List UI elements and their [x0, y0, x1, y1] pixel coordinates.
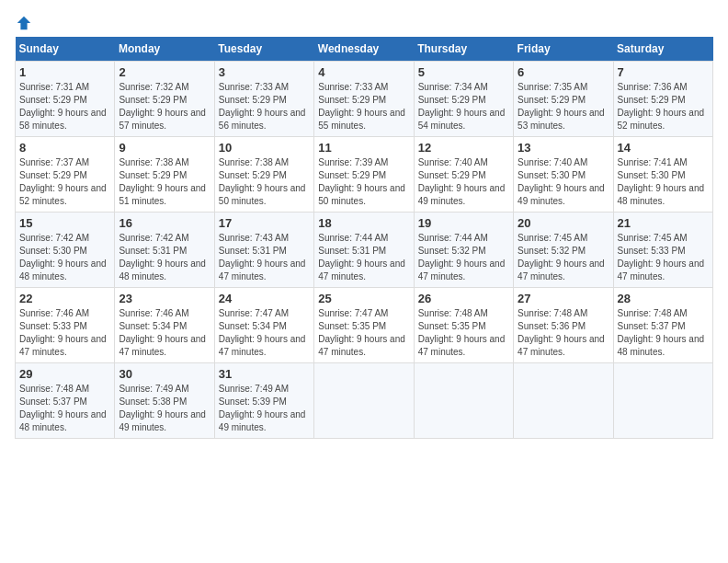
calendar-day-cell: 14 Sunrise: 7:41 AM Sunset: 5:30 PM Dayl…: [613, 137, 712, 213]
calendar-day-cell: 21 Sunrise: 7:45 AM Sunset: 5:33 PM Dayl…: [613, 213, 712, 288]
day-info: Sunrise: 7:33 AM Sunset: 5:29 PM Dayligh…: [318, 81, 409, 132]
weekday-header-saturday: Saturday: [613, 37, 712, 62]
calendar-week-row: 29 Sunrise: 7:48 AM Sunset: 5:37 PM Dayl…: [16, 363, 713, 439]
calendar-day-cell: 8 Sunrise: 7:37 AM Sunset: 5:29 PM Dayli…: [16, 137, 115, 213]
calendar-day-cell: 19 Sunrise: 7:44 AM Sunset: 5:32 PM Dayl…: [414, 213, 513, 288]
weekday-header-friday: Friday: [514, 37, 613, 62]
weekday-header-row: SundayMondayTuesdayWednesdayThursdayFrid…: [16, 37, 713, 62]
day-info: Sunrise: 7:44 AM Sunset: 5:32 PM Dayligh…: [418, 232, 509, 283]
day-number: 26: [418, 292, 509, 305]
day-number: 12: [418, 141, 509, 155]
calendar-day-cell: [613, 363, 712, 439]
day-number: 22: [19, 292, 110, 305]
calendar-day-cell: 11 Sunrise: 7:39 AM Sunset: 5:29 PM Dayl…: [314, 137, 414, 213]
day-info: Sunrise: 7:35 AM Sunset: 5:29 PM Dayligh…: [518, 81, 609, 132]
day-info: Sunrise: 7:33 AM Sunset: 5:29 PM Dayligh…: [219, 81, 310, 132]
calendar-day-cell: 27 Sunrise: 7:48 AM Sunset: 5:36 PM Dayl…: [514, 288, 613, 363]
day-number: 20: [518, 216, 609, 230]
calendar-week-row: 1 Sunrise: 7:31 AM Sunset: 5:29 PM Dayli…: [16, 62, 713, 137]
calendar-day-cell: 4 Sunrise: 7:33 AM Sunset: 5:29 PM Dayli…: [314, 62, 414, 137]
calendar-day-cell: 13 Sunrise: 7:40 AM Sunset: 5:30 PM Dayl…: [514, 137, 613, 213]
weekday-header-wednesday: Wednesday: [314, 37, 414, 62]
calendar-day-cell: 2 Sunrise: 7:32 AM Sunset: 5:29 PM Dayli…: [115, 62, 214, 137]
calendar-day-cell: 18 Sunrise: 7:44 AM Sunset: 5:31 PM Dayl…: [314, 213, 414, 288]
day-number: 7: [618, 65, 709, 79]
calendar-day-cell: 25 Sunrise: 7:47 AM Sunset: 5:35 PM Dayl…: [314, 288, 414, 363]
day-number: 28: [618, 292, 709, 305]
calendar-day-cell: 5 Sunrise: 7:34 AM Sunset: 5:29 PM Dayli…: [414, 62, 513, 137]
day-info: Sunrise: 7:46 AM Sunset: 5:34 PM Dayligh…: [119, 307, 210, 359]
day-info: Sunrise: 7:48 AM Sunset: 5:35 PM Dayligh…: [418, 307, 509, 359]
calendar-day-cell: 26 Sunrise: 7:48 AM Sunset: 5:35 PM Dayl…: [414, 288, 513, 363]
day-number: 3: [219, 65, 310, 79]
day-info: Sunrise: 7:48 AM Sunset: 5:37 PM Dayligh…: [618, 307, 709, 359]
calendar-day-cell: 7 Sunrise: 7:36 AM Sunset: 5:29 PM Dayli…: [613, 62, 712, 137]
day-info: Sunrise: 7:47 AM Sunset: 5:35 PM Dayligh…: [318, 307, 409, 359]
day-info: Sunrise: 7:46 AM Sunset: 5:33 PM Dayligh…: [19, 307, 110, 359]
calendar-week-row: 22 Sunrise: 7:46 AM Sunset: 5:33 PM Dayl…: [16, 288, 713, 363]
calendar-day-cell: [414, 363, 513, 439]
day-info: Sunrise: 7:38 AM Sunset: 5:29 PM Dayligh…: [219, 156, 310, 208]
calendar-day-cell: 17 Sunrise: 7:43 AM Sunset: 5:31 PM Dayl…: [214, 213, 313, 288]
day-number: 8: [19, 141, 110, 155]
day-number: 29: [19, 367, 110, 381]
page-header: [15, 15, 713, 31]
day-info: Sunrise: 7:34 AM Sunset: 5:29 PM Dayligh…: [418, 81, 509, 132]
calendar-day-cell: 20 Sunrise: 7:45 AM Sunset: 5:32 PM Dayl…: [514, 213, 613, 288]
day-number: 13: [518, 141, 609, 155]
calendar-day-cell: 12 Sunrise: 7:40 AM Sunset: 5:29 PM Dayl…: [414, 137, 513, 213]
calendar-day-cell: 16 Sunrise: 7:42 AM Sunset: 5:31 PM Dayl…: [115, 213, 214, 288]
calendar-day-cell: 22 Sunrise: 7:46 AM Sunset: 5:33 PM Dayl…: [16, 288, 115, 363]
weekday-header-sunday: Sunday: [16, 37, 115, 62]
day-number: 2: [119, 65, 210, 79]
day-number: 25: [318, 292, 409, 305]
day-number: 15: [19, 216, 110, 230]
calendar-week-row: 15 Sunrise: 7:42 AM Sunset: 5:30 PM Dayl…: [16, 213, 713, 288]
day-number: 16: [119, 216, 210, 230]
day-info: Sunrise: 7:43 AM Sunset: 5:31 PM Dayligh…: [219, 232, 310, 283]
calendar-day-cell: 23 Sunrise: 7:46 AM Sunset: 5:34 PM Dayl…: [115, 288, 214, 363]
day-info: Sunrise: 7:37 AM Sunset: 5:29 PM Dayligh…: [19, 156, 110, 208]
day-number: 18: [318, 216, 409, 230]
day-info: Sunrise: 7:39 AM Sunset: 5:29 PM Dayligh…: [318, 156, 409, 208]
day-info: Sunrise: 7:40 AM Sunset: 5:29 PM Dayligh…: [418, 156, 509, 208]
weekday-header-tuesday: Tuesday: [214, 37, 313, 62]
logo: [15, 15, 32, 31]
calendar-day-cell: 3 Sunrise: 7:33 AM Sunset: 5:29 PM Dayli…: [214, 62, 313, 137]
calendar-day-cell: [314, 363, 414, 439]
calendar-day-cell: 30 Sunrise: 7:49 AM Sunset: 5:38 PM Dayl…: [115, 363, 214, 439]
day-info: Sunrise: 7:40 AM Sunset: 5:30 PM Dayligh…: [518, 156, 609, 208]
day-number: 19: [418, 216, 509, 230]
day-number: 11: [318, 141, 409, 155]
day-info: Sunrise: 7:42 AM Sunset: 5:31 PM Dayligh…: [119, 232, 210, 283]
calendar-week-row: 8 Sunrise: 7:37 AM Sunset: 5:29 PM Dayli…: [16, 137, 713, 213]
day-info: Sunrise: 7:47 AM Sunset: 5:34 PM Dayligh…: [219, 307, 310, 359]
calendar-day-cell: 6 Sunrise: 7:35 AM Sunset: 5:29 PM Dayli…: [514, 62, 613, 137]
calendar-day-cell: 9 Sunrise: 7:38 AM Sunset: 5:29 PM Dayli…: [115, 137, 214, 213]
day-info: Sunrise: 7:49 AM Sunset: 5:39 PM Dayligh…: [219, 383, 310, 434]
day-info: Sunrise: 7:44 AM Sunset: 5:31 PM Dayligh…: [318, 232, 409, 283]
day-info: Sunrise: 7:45 AM Sunset: 5:33 PM Dayligh…: [618, 232, 709, 283]
day-info: Sunrise: 7:48 AM Sunset: 5:37 PM Dayligh…: [19, 383, 110, 434]
day-number: 31: [219, 367, 310, 381]
day-number: 6: [518, 65, 609, 79]
day-number: 4: [318, 65, 409, 79]
day-number: 10: [219, 141, 310, 155]
day-number: 30: [119, 367, 210, 381]
day-number: 27: [518, 292, 609, 305]
day-number: 14: [618, 141, 709, 155]
day-number: 23: [119, 292, 210, 305]
calendar-day-cell: 28 Sunrise: 7:48 AM Sunset: 5:37 PM Dayl…: [613, 288, 712, 363]
day-number: 17: [219, 216, 310, 230]
calendar-table: SundayMondayTuesdayWednesdayThursdayFrid…: [15, 37, 713, 439]
calendar-day-cell: 29 Sunrise: 7:48 AM Sunset: 5:37 PM Dayl…: [16, 363, 115, 439]
day-info: Sunrise: 7:42 AM Sunset: 5:30 PM Dayligh…: [19, 232, 110, 283]
day-number: 1: [19, 65, 110, 79]
weekday-header-monday: Monday: [115, 37, 214, 62]
calendar-day-cell: 1 Sunrise: 7:31 AM Sunset: 5:29 PM Dayli…: [16, 62, 115, 137]
day-info: Sunrise: 7:49 AM Sunset: 5:38 PM Dayligh…: [119, 383, 210, 434]
svg-marker-0: [17, 17, 30, 29]
calendar-day-cell: 15 Sunrise: 7:42 AM Sunset: 5:30 PM Dayl…: [16, 213, 115, 288]
weekday-header-thursday: Thursday: [414, 37, 513, 62]
day-number: 24: [219, 292, 310, 305]
